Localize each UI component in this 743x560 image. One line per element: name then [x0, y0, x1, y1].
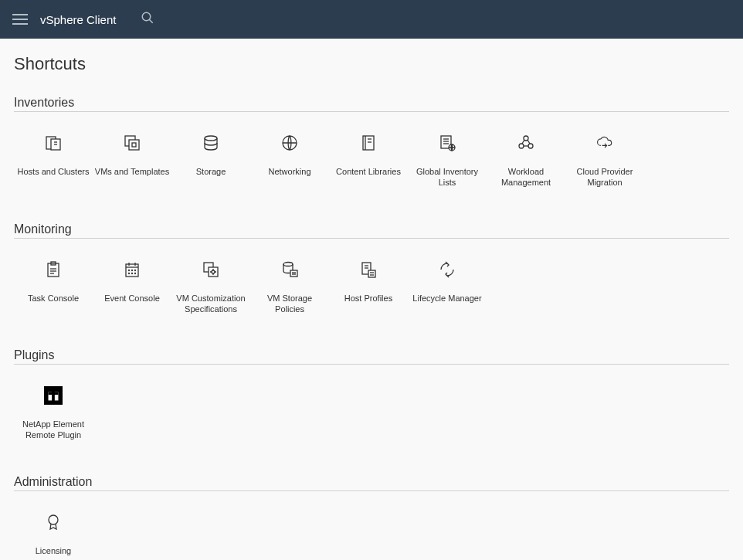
inventories-grid: Hosts and Clusters VMs and Templates Sto…: [14, 124, 729, 193]
svg-point-40: [135, 273, 136, 273]
app-title: vSphere Client: [40, 13, 116, 26]
page-title: Shortcuts: [14, 54, 729, 74]
shortcut-label: Host Profiles: [344, 293, 392, 304]
svg-line-1: [150, 19, 154, 23]
svg-point-58: [49, 515, 58, 524]
shortcut-label: Storage: [196, 166, 226, 177]
shortcut-label: Workload Management: [488, 166, 564, 188]
shortcut-label: Task Console: [28, 293, 79, 304]
workload-management-icon: [517, 129, 535, 157]
shortcut-label: Networking: [268, 166, 310, 177]
netapp-icon: [44, 382, 63, 409]
shortcut-label: Hosts and Clusters: [18, 166, 90, 177]
storage-icon: [202, 129, 220, 157]
shortcut-vm-storage-policies[interactable]: VM Storage Policies: [250, 251, 329, 320]
svg-point-21: [519, 144, 524, 148]
shortcut-label: Event Console: [104, 293, 160, 304]
divider: [14, 490, 729, 491]
svg-point-22: [528, 144, 533, 148]
svg-line-23: [522, 140, 524, 144]
cloud-migration-icon: [595, 129, 614, 157]
administration-grid: Licensing: [14, 504, 729, 560]
shortcut-vms-templates[interactable]: VMs and Templates: [93, 124, 171, 193]
svg-point-37: [135, 270, 136, 270]
svg-rect-11: [363, 136, 374, 150]
app-header: vSphere Client: [0, 0, 743, 39]
shortcut-global-inventory[interactable]: Global Inventory Lists: [408, 124, 487, 193]
shortcut-networking[interactable]: Networking: [250, 124, 329, 193]
shortcut-event-console[interactable]: Event Console: [93, 251, 171, 320]
section-title-monitoring: Monitoring: [14, 222, 729, 236]
event-console-icon: [123, 256, 141, 283]
svg-rect-7: [129, 140, 139, 150]
shortcut-label: Content Libraries: [336, 166, 401, 177]
content-libraries-icon: [359, 129, 378, 157]
shortcut-label: NetApp Element Remote Plugin: [15, 419, 91, 441]
svg-rect-57: [49, 392, 59, 395]
svg-point-38: [129, 273, 130, 273]
svg-point-36: [132, 270, 133, 270]
shortcut-label: Global Inventory Lists: [409, 166, 485, 188]
divider: [14, 364, 729, 365]
svg-rect-51: [368, 270, 375, 277]
shortcut-label: Lifecycle Manager: [412, 293, 481, 304]
search-icon[interactable]: [141, 11, 154, 28]
shortcut-vm-customization[interactable]: VM Customization Specifications: [171, 251, 250, 320]
svg-rect-45: [290, 270, 297, 277]
shortcut-hosts-clusters[interactable]: Hosts and Clusters: [14, 124, 93, 193]
vms-templates-icon: [123, 129, 141, 157]
shortcut-cloud-migration[interactable]: Cloud Provider Migration: [565, 124, 644, 193]
svg-point-9: [205, 136, 217, 141]
task-console-icon: [44, 256, 63, 283]
content-area: Shortcuts Inventories Hosts and Clusters…: [0, 39, 743, 560]
divider: [14, 238, 729, 239]
vm-storage-policies-icon: [280, 256, 299, 283]
lifecycle-manager-icon: [438, 256, 456, 283]
shortcut-licensing[interactable]: Licensing: [14, 504, 93, 560]
svg-point-35: [129, 270, 130, 270]
svg-point-39: [132, 273, 133, 273]
shortcut-workload-management[interactable]: Workload Management: [487, 124, 565, 193]
svg-line-24: [528, 140, 530, 144]
shortcut-task-console[interactable]: Task Console: [14, 251, 93, 320]
shortcut-host-profiles[interactable]: Host Profiles: [329, 251, 408, 320]
shortcut-label: VM Customization Specifications: [173, 293, 249, 315]
shortcut-lifecycle-manager[interactable]: Lifecycle Manager: [408, 251, 487, 320]
shortcut-label: Licensing: [36, 545, 71, 556]
divider: [14, 111, 729, 112]
shortcut-content-libraries[interactable]: Content Libraries: [329, 124, 408, 193]
svg-rect-54: [44, 386, 63, 405]
monitoring-grid: Task Console Event Console VM Customizat…: [14, 251, 729, 320]
svg-point-0: [143, 12, 151, 21]
svg-point-44: [283, 262, 293, 266]
shortcut-label: VMs and Templates: [95, 166, 169, 177]
shortcut-label: VM Storage Policies: [252, 293, 327, 315]
vm-customization-icon: [202, 256, 220, 283]
hosts-clusters-icon: [44, 129, 63, 157]
networking-icon: [280, 129, 299, 157]
shortcut-label: Cloud Provider Migration: [567, 166, 643, 188]
section-title-plugins: Plugins: [14, 348, 729, 362]
section-title-inventories: Inventories: [14, 96, 729, 110]
plugins-grid: NetApp Element Remote Plugin: [14, 377, 729, 446]
menu-icon[interactable]: [12, 14, 28, 25]
licensing-icon: [44, 508, 63, 536]
host-profiles-icon: [359, 256, 378, 283]
shortcut-storage[interactable]: Storage: [171, 124, 250, 193]
shortcut-netapp-plugin[interactable]: NetApp Element Remote Plugin: [14, 377, 93, 446]
section-title-administration: Administration: [14, 475, 729, 489]
svg-rect-42: [209, 267, 218, 277]
global-inventory-icon: [438, 129, 456, 157]
